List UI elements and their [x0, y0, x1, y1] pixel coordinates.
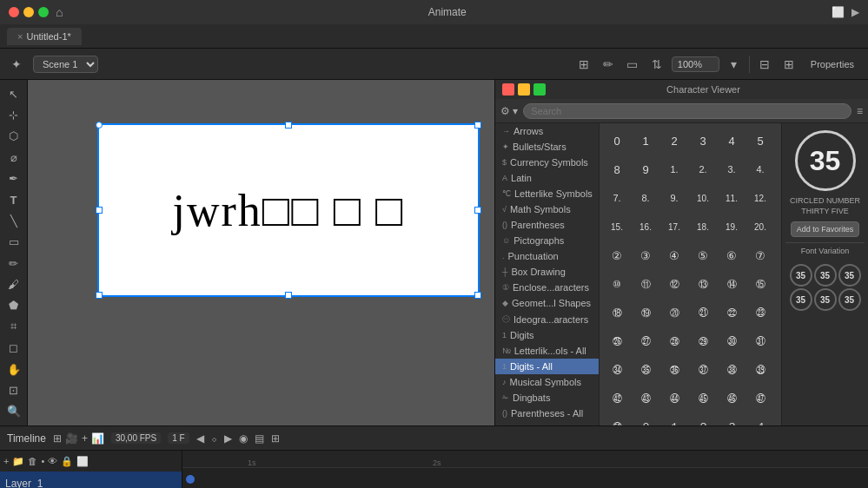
char-11dot[interactable]: 11.	[718, 184, 745, 212]
cv-settings-icon[interactable]: ⚙ ▾	[500, 105, 518, 117]
cv-window-controls[interactable]	[502, 83, 546, 96]
char-full4[interactable]: ４	[746, 413, 774, 425]
cat-parens[interactable]: () Parentheses	[495, 217, 599, 233]
char-19dot[interactable]: 19.	[718, 213, 745, 241]
char-circle46[interactable]: ㊻	[718, 385, 745, 412]
cat-musical[interactable]: ♪ Musical Symbols	[495, 374, 599, 390]
char-circle10[interactable]: ⑩	[603, 270, 631, 298]
camera-tool[interactable]: ⊡	[3, 381, 24, 399]
pen-icon[interactable]: ✏	[599, 55, 618, 74]
frame-mode-button[interactable]: ▤	[255, 432, 264, 445]
tab-close-icon[interactable]: ×	[17, 31, 23, 42]
char-circle18[interactable]: ⑱	[603, 299, 631, 326]
char-circle26[interactable]: ㉖	[603, 327, 631, 355]
cat-phonetic[interactable]: α Phonetic Alphabet	[495, 421, 599, 425]
char-5[interactable]: 5	[746, 127, 774, 155]
cv-close[interactable]	[502, 83, 514, 96]
char-circle40[interactable]: ㊵	[775, 356, 781, 384]
char-circle20[interactable]: ⑳	[660, 299, 688, 326]
char-circle35[interactable]: ㉟	[632, 356, 659, 384]
cv-add-to-favorites-button[interactable]: Add to Favorites	[791, 221, 860, 237]
char-circle7[interactable]: ⑦	[746, 241, 774, 269]
char-4dot[interactable]: 4.	[746, 155, 774, 183]
char-circle31[interactable]: ㉛	[746, 327, 774, 355]
cat-box[interactable]: ┼ Box Drawing	[495, 264, 599, 280]
cv-search-input[interactable]	[523, 103, 851, 119]
timeline-frames[interactable]	[182, 468, 868, 488]
char-circle30[interactable]: ㉚	[718, 327, 745, 355]
cat-ideographic[interactable]: ㊀ Ideogra...aracters	[495, 311, 599, 327]
char-full1[interactable]: １	[660, 413, 688, 425]
next-frame-button[interactable]: ▶	[224, 432, 232, 445]
cv-var-2[interactable]: 35	[814, 264, 837, 287]
layers-icon[interactable]: ⊟	[755, 55, 774, 74]
canvas-text-content[interactable]: jwrh□□ □ □	[173, 185, 405, 236]
char-1dot[interactable]: 1.	[660, 155, 688, 183]
eye-icon[interactable]: 👁	[48, 456, 57, 466]
char-circle36[interactable]: ㊱	[660, 356, 688, 384]
fullscreen-icon[interactable]: ⬜	[832, 6, 845, 18]
play-icon[interactable]: ▶	[851, 6, 859, 18]
char-circle16[interactable]: ⑯	[775, 270, 781, 298]
scene-selector[interactable]: Scene 1	[33, 56, 98, 73]
pen-tool[interactable]: ✒	[3, 170, 24, 188]
char-circle27[interactable]: ㉗	[632, 327, 659, 355]
char-8dot[interactable]: 8.	[632, 184, 659, 212]
brush-icon[interactable]: ✦	[7, 55, 26, 74]
adjust-icon[interactable]: ⇅	[647, 55, 666, 74]
folder-icon[interactable]: 📁	[12, 456, 24, 467]
cat-letterlike-all[interactable]: № Letterlik...ols - All	[495, 343, 599, 359]
char-circle14[interactable]: ⑭	[718, 270, 745, 298]
char-12dot[interactable]: 12.	[746, 184, 774, 212]
char-6[interactable]: 6	[775, 127, 781, 155]
char-circle4[interactable]: ④	[660, 241, 688, 269]
select-tool[interactable]: ↖	[3, 85, 24, 102]
char-circle13[interactable]: ⑬	[689, 270, 717, 298]
cat-math[interactable]: √ Math Symbols	[495, 201, 599, 217]
char-circle19[interactable]: ⑲	[632, 299, 659, 326]
char-10dot[interactable]: 10.	[689, 184, 717, 212]
cat-latin[interactable]: A Latin	[495, 170, 599, 186]
maximize-button[interactable]	[38, 7, 49, 17]
window-controls[interactable]	[9, 7, 49, 17]
cv-var-4[interactable]: 35	[790, 288, 812, 311]
char-circle22[interactable]: ㉒	[718, 299, 745, 326]
cv-var-3[interactable]: 35	[838, 264, 861, 287]
char-4[interactable]: 4	[718, 127, 745, 155]
settings-btn[interactable]: ⊞	[271, 432, 280, 445]
char-3dot[interactable]: 3.	[718, 155, 745, 183]
zoom-chevron-icon[interactable]: ▾	[725, 55, 744, 74]
pencil-tool[interactable]: ✏	[3, 254, 24, 272]
char-circle0[interactable]: ⓪	[775, 213, 781, 241]
cat-enclose[interactable]: ① Enclose...aracters	[495, 280, 599, 295]
char-7dot[interactable]: 7.	[603, 184, 631, 212]
char-5dot[interactable]: 5.	[775, 155, 781, 183]
zoom-tool[interactable]: 🔍	[3, 403, 24, 420]
zoom-input[interactable]	[672, 56, 719, 72]
cat-pictographs[interactable]: ☺ Pictographs	[495, 233, 599, 248]
keyframe-1[interactable]	[186, 475, 195, 484]
add-keyframe-button[interactable]: ⬦	[211, 432, 217, 445]
char-circle8[interactable]: ⑧	[775, 241, 781, 269]
cv-list-icon[interactable]: ≡	[857, 105, 863, 117]
lasso-tool[interactable]: ⌀	[3, 148, 24, 166]
layer-1-row[interactable]: Layer_1	[0, 472, 182, 488]
char-full3[interactable]: ３	[718, 413, 745, 425]
char-circle28[interactable]: ㉘	[660, 327, 688, 355]
char-circle43[interactable]: ㊸	[632, 385, 659, 412]
add-layer-button[interactable]: ⊞	[53, 432, 62, 445]
char-circle34[interactable]: ㉞	[603, 356, 631, 384]
char-circle32[interactable]: ㉜	[775, 327, 781, 355]
char-18dot[interactable]: 18.	[689, 213, 717, 241]
grid-icon[interactable]: ⊞	[574, 55, 593, 74]
char-2dot[interactable]: 2.	[689, 155, 717, 183]
delete-layer-icon[interactable]: 🗑	[28, 456, 37, 466]
char-20dot[interactable]: 20.	[746, 213, 774, 241]
canvas-area[interactable]: jwrh□□ □ □	[28, 80, 494, 425]
char-circle15[interactable]: ⑮	[746, 270, 774, 298]
char-8[interactable]: 8	[603, 155, 631, 183]
char-16dot[interactable]: 16.	[632, 213, 659, 241]
home-icon[interactable]: ⌂	[56, 5, 63, 19]
outline-icon[interactable]: ⬜	[76, 456, 89, 467]
paint-bucket-tool[interactable]: ⬟	[3, 297, 24, 314]
